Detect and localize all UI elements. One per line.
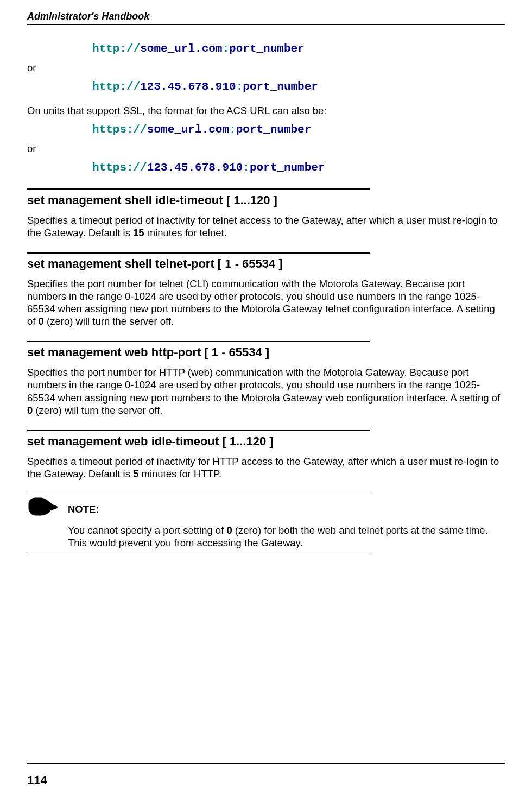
body-part: minutes for HTTP.	[138, 468, 221, 480]
note-rule-bottom	[27, 552, 370, 552]
note-text: You cannot specify a port setting of 0 (…	[68, 524, 504, 549]
code-sep: ://	[126, 161, 147, 174]
code-url-http-ip: http://123.45.678.910:port_number	[92, 79, 505, 94]
code-sep: ://	[119, 42, 140, 55]
code-colon: :	[236, 80, 243, 93]
code-sep: ://	[126, 123, 147, 136]
text-ssl-intro: On units that support SSL, the format fo…	[27, 104, 505, 117]
section-rule	[27, 341, 370, 342]
note-icon-cell	[27, 491, 67, 550]
code-colon: :	[222, 42, 229, 55]
footer-rule	[27, 763, 505, 764]
header-rule	[27, 24, 505, 25]
body-web-http-port: Specifies the port number for HTTP (web)…	[27, 366, 505, 417]
code-url-https-host: https://some_url.com:port_number	[92, 122, 505, 137]
code-port: port_number	[243, 80, 318, 93]
note-content-cell: NOTE: You cannot specify a port setting …	[67, 491, 505, 550]
heading-web-idle-timeout: set management web idle-timeout [ 1...12…	[27, 434, 505, 449]
body-bold: 15	[133, 227, 144, 238]
code-port: port_number	[229, 42, 305, 55]
pointing-hand-icon	[28, 496, 58, 518]
page-header-title: Administrator's Handbook	[27, 11, 505, 22]
code-proto: http	[92, 80, 119, 93]
heading-shell-idle-timeout: set management shell idle-timeout [ 1...…	[27, 193, 505, 207]
body-bold: 0	[27, 405, 33, 416]
code-host: 123.45.678.910	[140, 80, 236, 93]
code-colon: :	[243, 161, 250, 174]
body-part: (zero) will turn the server off.	[33, 405, 162, 416]
note-label: NOTE:	[68, 503, 504, 515]
code-url-https-ip: https://123.45.678.910:port_number	[92, 160, 505, 175]
section-rule	[27, 430, 370, 431]
heading-shell-telnet-port: set management shell telnet-port [ 1 - 6…	[27, 257, 505, 271]
body-shell-telnet-port: Specifies the port number for telnet (CL…	[27, 278, 505, 328]
code-host: 123.45.678.910	[147, 161, 243, 174]
page-number: 114	[27, 773, 47, 787]
body-part: Specifies a timeout period of inactivity…	[27, 456, 499, 480]
body-web-idle-timeout: Specifies a timeout period of inactivity…	[27, 455, 505, 480]
code-host: some_url.com	[140, 42, 222, 55]
body-shell-idle-timeout: Specifies a timeout period of inactivity…	[27, 214, 505, 239]
body-bold: 5	[133, 468, 138, 480]
body-bold: 0	[39, 316, 44, 327]
text-or-2: or	[27, 142, 505, 155]
code-colon: :	[229, 123, 236, 136]
body-part: (zero) will turn the server off.	[44, 316, 174, 327]
code-url-http-host: http://some_url.com:port_number	[92, 41, 505, 56]
body-part: Specifies the port number for HTTP (web)…	[27, 367, 500, 403]
code-sep: ://	[119, 80, 140, 93]
body-part: minutes for telnet.	[144, 227, 227, 238]
note-table: NOTE: You cannot specify a port setting …	[27, 491, 505, 550]
body-part: Specifies a timeout period of inactivity…	[27, 215, 497, 238]
code-host: some_url.com	[147, 123, 229, 136]
code-proto: https	[92, 161, 126, 174]
code-port: port_number	[250, 161, 325, 174]
note-part: You cannot specify a port setting of	[68, 525, 226, 536]
code-proto: http	[92, 42, 119, 55]
section-rule	[27, 188, 370, 190]
note-bold: 0	[226, 525, 232, 536]
note-block: NOTE: You cannot specify a port setting …	[27, 491, 505, 552]
code-port: port_number	[236, 123, 312, 136]
text-or-1: or	[27, 61, 505, 74]
section-rule	[27, 252, 370, 254]
code-proto: https	[92, 123, 126, 136]
heading-web-http-port: set management web http-port [ 1 - 65534…	[27, 345, 505, 360]
